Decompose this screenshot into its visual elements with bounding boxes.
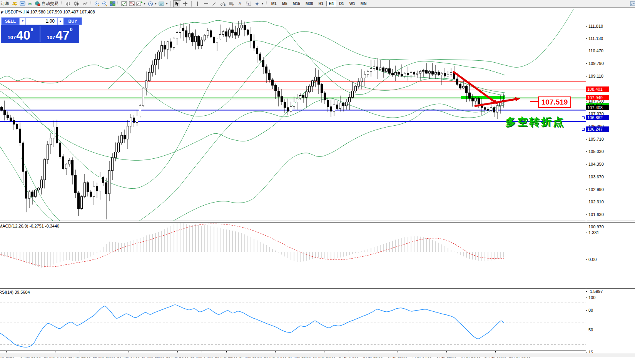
line-drag-handle[interactable] xyxy=(582,116,585,119)
text-tool-icon[interactable]: A xyxy=(236,0,244,7)
signal-icon[interactable] xyxy=(27,1,33,7)
volume-increase-stepper[interactable]: ▲ xyxy=(57,17,64,25)
chart-canvas[interactable]: 111.810111.130110.470109.790109.110107.7… xyxy=(0,8,635,364)
autotrading-button[interactable]: 自动交易 xyxy=(42,1,58,7)
zoom-out-icon[interactable] xyxy=(101,1,108,7)
volume-decrease-stepper[interactable]: ▼ xyxy=(20,17,26,25)
text-label-tool-icon[interactable]: T xyxy=(245,0,252,7)
line-drag-handle[interactable] xyxy=(582,128,585,131)
macd-indicator-label: MACD(12,26,9) -0.2751 -0.3440 xyxy=(0,224,59,228)
cursor-tool-icon[interactable] xyxy=(173,0,181,7)
tab-timeframe-mn[interactable]: MN xyxy=(358,1,369,7)
toolbar-grip xyxy=(117,1,119,7)
buy-button[interactable]: BUY xyxy=(64,17,82,25)
tab-timeframe-m15[interactable]: M15 xyxy=(291,1,302,7)
indicator-window-icon[interactable] xyxy=(120,1,127,7)
candlestick-type-icon[interactable] xyxy=(73,0,80,7)
gold-bars-icon[interactable] xyxy=(11,1,18,7)
tab-timeframe-m1[interactable]: M1 xyxy=(269,1,279,7)
svg-text:F: F xyxy=(232,4,234,6)
chevron-down-icon[interactable]: ▼ xyxy=(154,2,157,5)
status-strip xyxy=(0,353,635,357)
price-label-106.247: 106.247 xyxy=(586,126,609,132)
add-indicator-icon[interactable] xyxy=(136,1,143,7)
chart-ohlc-header: ◤USDJPY-,H4 107.580 107.590 107.407 107.… xyxy=(1,10,95,14)
channel-tool-icon[interactable]: E xyxy=(219,0,227,7)
toolbar: 新订单 自动交易 ▼ ▼ ▼ E F A T ▼ xyxy=(0,0,635,8)
bollinger-band-middle-fast xyxy=(0,41,505,188)
mt4-window: 新订单 自动交易 ▼ ▼ ▼ E F A T ▼ xyxy=(0,0,635,364)
price-label-107.408: 107.408 xyxy=(586,105,609,110)
volume-input[interactable]: 1.00 xyxy=(26,17,57,25)
price-label-108.401: 108.401 xyxy=(586,86,609,92)
indicator-list-icon[interactable] xyxy=(128,1,135,7)
bid-price-pip: 8 xyxy=(31,27,33,32)
svg-text:T: T xyxy=(247,2,249,6)
template-icon[interactable] xyxy=(158,1,165,7)
support-highlight-rect xyxy=(461,96,505,99)
ask-price-pip: 0 xyxy=(70,27,73,32)
zoom-in-icon[interactable] xyxy=(94,1,100,7)
chevron-down-icon[interactable]: ▼ xyxy=(261,2,264,5)
price-label-107.949: 107.949 xyxy=(586,95,609,100)
bar-chart-type-icon[interactable] xyxy=(64,0,72,7)
line-chart-type-icon[interactable] xyxy=(81,0,89,7)
autotrading-icon[interactable] xyxy=(34,1,41,7)
svg-text:A: A xyxy=(239,2,241,6)
toolbar-grip xyxy=(61,1,63,7)
rsi-indicator-label: RSI(14) 39.5684 xyxy=(0,290,30,294)
price-label-106.862: 106.862 xyxy=(586,115,609,120)
market-watch-icon[interactable] xyxy=(19,1,26,7)
bollinger-band-lower-fast xyxy=(0,98,505,221)
shapes-tool-icon[interactable] xyxy=(253,0,261,7)
rsi-pane[interactable] xyxy=(0,288,586,351)
new-order-button[interactable]: 新订单 xyxy=(0,1,9,7)
rsi-line xyxy=(0,305,504,347)
tab-timeframe-m5[interactable]: M5 xyxy=(280,1,290,7)
period-clock-icon[interactable] xyxy=(147,1,154,7)
tab-timeframe-d1[interactable]: D1 xyxy=(337,1,346,7)
ask-price-base: 107 xyxy=(47,35,55,40)
bid-price-base: 107 xyxy=(7,35,16,40)
ask-price[interactable]: 107 47 0 xyxy=(40,25,79,43)
window-marker-icon: ◤ xyxy=(1,11,3,14)
svg-text:E: E xyxy=(224,4,226,6)
crosshair-tool-icon[interactable] xyxy=(182,0,189,7)
tab-timeframe-h4[interactable]: H4 xyxy=(326,1,336,7)
ask-price-main: 47 xyxy=(55,29,70,42)
sell-button[interactable]: SELL xyxy=(1,17,20,25)
vertical-line-tool-icon[interactable] xyxy=(194,0,202,7)
clipped-toolbar-icon[interactable] xyxy=(630,0,635,7)
main-price-pane[interactable] xyxy=(0,8,586,221)
toolbar-separator xyxy=(191,1,192,7)
pane-splitter[interactable] xyxy=(0,221,635,223)
fibonacci-tool-icon[interactable]: F xyxy=(228,0,236,7)
callout-pointer-line xyxy=(530,101,538,102)
bid-price[interactable]: 107 40 8 xyxy=(1,25,40,43)
macd-pane[interactable] xyxy=(0,222,586,286)
toolbar-separator xyxy=(170,1,171,7)
tab-timeframe-h1[interactable]: H1 xyxy=(316,1,326,7)
tab-timeframe-w1[interactable]: W1 xyxy=(347,1,358,7)
turning-point-annotation[interactable]: 多空转折点 xyxy=(505,115,565,129)
trendline-tool-icon[interactable] xyxy=(211,0,219,7)
price-axis: 111.810111.130110.470109.790109.110107.7… xyxy=(586,8,635,360)
tile-windows-icon[interactable] xyxy=(109,1,116,7)
chevron-down-icon[interactable]: ▼ xyxy=(143,2,146,5)
toolbar-grip xyxy=(90,1,92,7)
chevron-down-icon[interactable]: ▼ xyxy=(165,2,168,5)
bid-price-main: 40 xyxy=(16,29,30,42)
toolbar-grip xyxy=(266,1,267,7)
price-callout-label[interactable]: 107.519 xyxy=(538,96,571,108)
pane-splitter[interactable] xyxy=(0,287,635,289)
tab-timeframe-m30[interactable]: M30 xyxy=(303,1,315,7)
horizontal-line-tool-icon[interactable] xyxy=(202,0,210,7)
one-click-trading-panel: SELL ▼ 1.00 ▲ BUY 107 40 8 107 47 0 xyxy=(1,17,79,43)
